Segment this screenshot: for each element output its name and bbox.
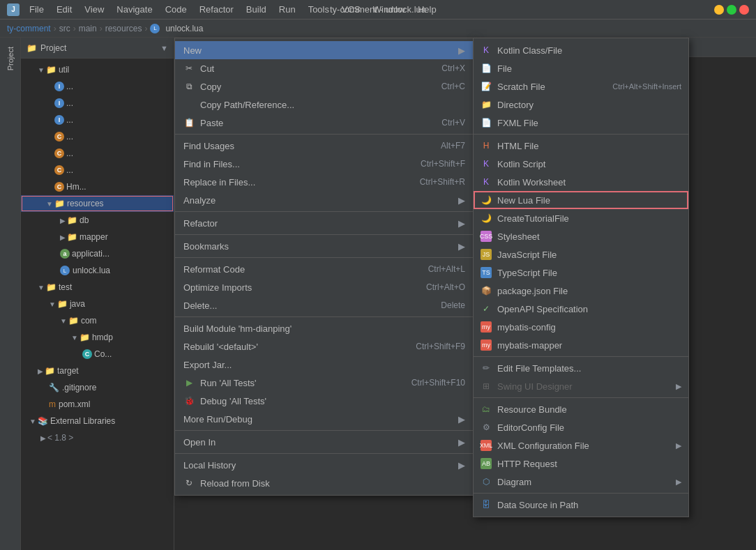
cm-item-copy[interactable]: ⧉ Copy Ctrl+C (175, 77, 474, 96)
tree-item-util[interactable]: ▼ 📁 util (21, 61, 174, 78)
tree-arrow-java[interactable]: ▼ (49, 300, 56, 308)
breadcrumb-resources[interactable]: resources (105, 24, 142, 33)
cm-item-build-module[interactable]: Build Module 'hm-dianping' (175, 319, 474, 337)
cm-item-bookmarks[interactable]: Bookmarks ▶ (175, 237, 474, 255)
tree-item-pom[interactable]: m pom.xml (21, 396, 174, 413)
menu-refactor[interactable]: Refactor (194, 3, 239, 16)
cm-item-refactor[interactable]: Refactor ▶ (175, 214, 474, 232)
tree-item-i1[interactable]: I ... (21, 78, 174, 95)
cm-item-debug-tests[interactable]: 🐞 Debug 'All Tests' (175, 392, 474, 410)
sm-item-datasource[interactable]: 🗄 Data Source in Path (474, 496, 688, 514)
sm-item-resource-bundle[interactable]: 🗂 Resource Bundle (474, 400, 688, 418)
maximize-button[interactable] (727, 5, 736, 15)
tree-item-test[interactable]: ▼ 📁 test (21, 279, 174, 296)
tree-item-target[interactable]: ▶ 📁 target (21, 362, 174, 379)
cm-item-delete[interactable]: Delete... Delete (175, 296, 474, 314)
sm-item-fxml[interactable]: 📄 FXML File (474, 114, 688, 132)
cm-item-analyze[interactable]: Analyze ▶ (175, 191, 474, 209)
cm-item-run-tests[interactable]: ▶ Run 'All Tests' Ctrl+Shift+F10 (175, 374, 474, 392)
cm-item-copy-path[interactable]: Copy Path/Reference... (175, 96, 474, 114)
menu-build[interactable]: Build (241, 3, 272, 16)
tree-arrow-mapper[interactable]: ▶ (60, 234, 66, 241)
sm-item-kotlin-script[interactable]: K Kotlin Script (474, 155, 688, 173)
breadcrumb-project[interactable]: ty-comment (7, 24, 51, 33)
tree-item-gitignore[interactable]: 🔧 .gitignore (21, 379, 174, 396)
sm-item-file[interactable]: 📄 File (474, 59, 688, 77)
tree-item-c3[interactable]: C ... (21, 162, 174, 178)
cm-item-replace-files[interactable]: Replace in Files... Ctrl+Shift+R (175, 173, 474, 191)
cm-item-more-run[interactable]: More Run/Debug ▶ (175, 410, 474, 428)
cm-item-new[interactable]: New ▶ (175, 41, 474, 59)
tree-arrow-jdk[interactable]: ▶ (40, 434, 46, 442)
tree-item-c1[interactable]: C ... (21, 128, 174, 145)
sm-item-edit-templates[interactable]: ✏ Edit File Templates... (474, 359, 688, 377)
breadcrumb-file[interactable]: unlock.lua (165, 24, 203, 33)
tree-item-co[interactable]: C Co... (21, 346, 174, 362)
tree-arrow-hmdp[interactable]: ▼ (71, 334, 78, 342)
tree-item-i2[interactable]: I ... (21, 95, 174, 112)
sm-item-editorconfig[interactable]: ⚙ EditorConfig File (474, 418, 688, 436)
cm-item-open-in[interactable]: Open In ▶ (175, 433, 474, 451)
menu-file[interactable]: File (24, 3, 50, 16)
cm-item-reload[interactable]: ↻ Reload from Disk (175, 474, 474, 492)
close-button[interactable] (739, 5, 749, 15)
tree-item-hmdp[interactable]: ▼ 📁 hmdp (21, 329, 174, 346)
cm-item-reformat[interactable]: Reformat Code Ctrl+Alt+L (175, 260, 474, 278)
tree-arrow-util[interactable]: ▼ (38, 66, 45, 74)
cm-item-rebuild[interactable]: Rebuild '<default>' Ctrl+Shift+F9 (175, 337, 474, 356)
cm-item-cut[interactable]: ✂ Cut Ctrl+X (175, 59, 474, 77)
sm-item-swing[interactable]: ⊞ Swing UI Designer ▶ (474, 377, 688, 395)
tree-arrow-resources[interactable]: ▼ (46, 200, 53, 208)
tree-arrow-extlibs[interactable]: ▼ (29, 418, 36, 425)
sm-item-kotlin-worksheet[interactable]: K Kotlin Worksheet (474, 173, 688, 191)
cm-item-optimize[interactable]: Optimize Imports Ctrl+Alt+O (175, 278, 474, 296)
sm-item-stylesheet[interactable]: CSS Stylesheet (474, 227, 688, 245)
menu-view[interactable]: View (79, 3, 109, 16)
tree-arrow-db[interactable]: ▶ (60, 217, 66, 224)
sm-item-openapi[interactable]: ✓ OpenAPI Specification (474, 300, 688, 318)
breadcrumb-src[interactable]: src (59, 24, 70, 33)
sm-item-directory[interactable]: 📁 Directory (474, 96, 688, 114)
tree-item-application[interactable]: a applicati... (21, 245, 174, 262)
sm-item-kotlin-class[interactable]: K Kotlin Class/File (474, 41, 688, 59)
cm-item-local-history[interactable]: Local History ▶ (175, 456, 474, 474)
menu-run[interactable]: Run (273, 3, 301, 16)
sm-item-xml-config[interactable]: XML XML Configuration File ▶ (474, 436, 688, 454)
cm-item-find-usages[interactable]: Find Usages Alt+F7 (175, 137, 474, 155)
sm-item-http[interactable]: AB HTTP Request (474, 454, 688, 473)
sm-item-scratch[interactable]: 📝 Scratch File Ctrl+Alt+Shift+Insert (474, 77, 688, 96)
tree-arrow-test[interactable]: ▼ (38, 284, 45, 291)
tree-arrow-target[interactable]: ▶ (38, 367, 43, 375)
breadcrumb-main[interactable]: main (79, 24, 97, 33)
tree-item-i3[interactable]: I ... (21, 112, 174, 128)
tree-item-java[interactable]: ▼ 📁 java (21, 296, 174, 312)
tree-item-resources[interactable]: ▼ 📁 resources (21, 195, 174, 212)
sm-item-pkg-json[interactable]: 📦 package.json File (474, 282, 688, 300)
sm-item-ts[interactable]: TS TypeScript File (474, 263, 688, 282)
tree-item-c2[interactable]: C ... (21, 145, 174, 162)
tree-item-unlock[interactable]: L unlock.lua (21, 262, 174, 279)
sidebar-tab-project[interactable]: Project (3, 41, 17, 76)
menu-navigate[interactable]: Navigate (111, 3, 158, 16)
cm-item-find-files[interactable]: Find in Files... Ctrl+Shift+F (175, 155, 474, 173)
tree-item-mapper[interactable]: ▶ 📁 mapper (21, 229, 174, 245)
project-settings-icon[interactable]: ▼ (160, 44, 168, 52)
sm-item-mybatis-config[interactable]: my mybatis-config (474, 318, 688, 336)
menu-edit[interactable]: Edit (51, 3, 77, 16)
tree-item-db[interactable]: ▶ 📁 db (21, 212, 174, 229)
sm-item-diagram[interactable]: ⬡ Diagram ▶ (474, 473, 688, 491)
sm-item-tutorial[interactable]: 🌙 CreateTutorialFile (474, 209, 688, 227)
minimize-button[interactable] (714, 5, 724, 15)
sm-item-mybatis-mapper[interactable]: my mybatis-mapper (474, 336, 688, 354)
sm-item-lua[interactable]: 🌙 New Lua File (474, 191, 688, 209)
tree-item-hm[interactable]: C Hm... (21, 178, 174, 195)
sm-item-js[interactable]: JS JavaScript File (474, 245, 688, 263)
tree-item-com[interactable]: ▼ 📁 com (21, 312, 174, 329)
tree-item-jdk[interactable]: ▶ < 1.8 > (21, 429, 174, 446)
tree-item-external-libs[interactable]: ▼ 📚 External Libraries (21, 413, 174, 429)
tree-arrow-com[interactable]: ▼ (60, 317, 67, 325)
cm-item-paste[interactable]: 📋 Paste Ctrl+V (175, 114, 474, 132)
menu-code[interactable]: Code (160, 3, 192, 16)
sm-item-html[interactable]: H HTML File (474, 137, 688, 155)
cm-item-export-jar[interactable]: Export Jar... (175, 356, 474, 374)
